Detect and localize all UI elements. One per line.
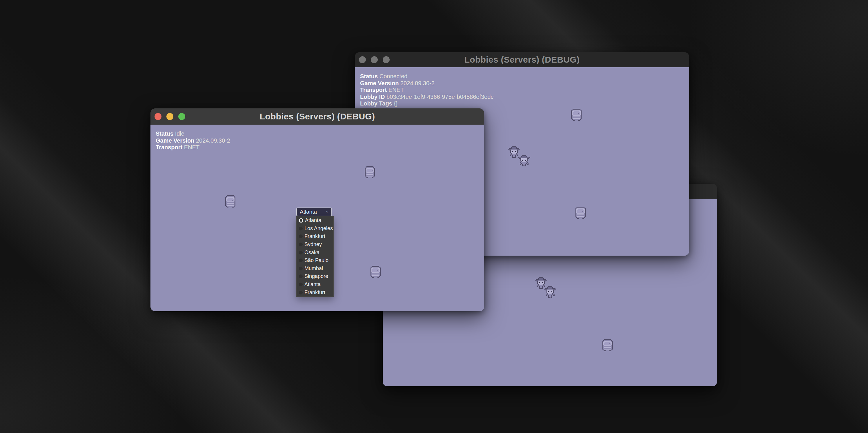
close-button[interactable]	[359, 56, 366, 63]
radio-icon	[299, 267, 303, 270]
radio-icon	[299, 251, 303, 254]
status-label: Game Version	[156, 137, 194, 144]
dropdown-option[interactable]: Sydney	[297, 241, 333, 249]
status-value: Connected	[379, 73, 408, 80]
status-label: Game Version	[360, 80, 399, 86]
titlebar[interactable]: Lobbies (Servers) (DEBUG)	[355, 52, 689, 67]
status-label: Status	[156, 130, 174, 137]
dropdown-option[interactable]: Atlanta	[297, 216, 333, 225]
dropdown-option[interactable]: Frankfurt	[297, 288, 333, 297]
dropdown-option-label: Frankfurt	[304, 289, 325, 296]
radio-icon	[299, 275, 303, 278]
dropdown-option-label: Frankfurt	[304, 233, 325, 239]
radio-icon	[299, 243, 303, 246]
status-label: Transport	[360, 87, 387, 93]
region-select-value: Atlanta	[300, 209, 325, 215]
dropdown-option[interactable]: Frankfurt	[297, 233, 333, 241]
traffic-lights	[155, 113, 185, 120]
dropdown-option-label: Los Angeles	[304, 225, 333, 231]
dropdown-option-label: São Paulo	[304, 257, 329, 264]
status-value: ENET	[389, 87, 404, 93]
minimize-button[interactable]	[371, 56, 378, 63]
dropdown-option[interactable]: Atlanta	[297, 281, 333, 289]
dropdown-option[interactable]: Los Angeles	[297, 225, 333, 233]
window-lobbies-front: Lobbies (Servers) (DEBUG) Status IdleGam…	[151, 109, 484, 311]
cowboy-sprite-icon	[544, 286, 556, 298]
zoom-button[interactable]	[178, 113, 185, 120]
status-label: Transport	[156, 144, 182, 150]
radio-icon	[299, 235, 303, 238]
status-value: {}	[394, 100, 398, 107]
desktop: { "app": { "window_title": "Lobbies (Ser…	[0, 0, 868, 433]
status-line: Game Version 2024.09.30-2	[156, 137, 230, 144]
dropdown-option[interactable]: São Paulo	[297, 256, 333, 265]
minimize-button[interactable]	[166, 113, 174, 120]
status-line: Status Idle	[156, 130, 230, 137]
status-line: Lobby ID b03c34ee-1ef9-4366-975e-b04586e…	[360, 94, 493, 100]
status-value: 2024.09.30-2	[196, 137, 230, 144]
status-line: Transport ENET	[156, 144, 230, 151]
status-line: Game Version 2024.09.30-2	[360, 80, 493, 87]
cowboy-sprite-icon	[518, 155, 530, 166]
dropdown-option-label: Atlanta	[304, 281, 321, 287]
radio-icon	[299, 218, 303, 223]
dropdown-option-label: Singapore	[304, 273, 328, 279]
radio-icon	[299, 291, 303, 295]
radio-icon	[299, 227, 303, 230]
status-line: Transport ENET	[360, 87, 493, 94]
server-sprite-icon	[371, 266, 381, 278]
status-value: 2024.09.30-2	[400, 80, 435, 86]
status-value: ENET	[184, 144, 199, 150]
status-label: Lobby Tags	[360, 100, 392, 107]
chevron-down-icon: ⌄	[325, 210, 329, 212]
status-line: Lobby Tags {}	[360, 100, 493, 107]
dropdown-option-label: Mumbai	[304, 266, 323, 272]
region-dropdown-list: AtlantaLos AngelesFrankfurtSydneyOsakaSã…	[296, 216, 334, 297]
window-title: Lobbies (Servers) (DEBUG)	[464, 55, 580, 65]
titlebar[interactable]: Lobbies (Servers) (DEBUG)	[151, 109, 484, 125]
radio-icon	[299, 258, 303, 262]
dropdown-option[interactable]: Osaka	[297, 248, 333, 256]
dropdown-option[interactable]: Mumbai	[297, 265, 333, 273]
server-sprite-icon	[365, 166, 375, 178]
status-label: Lobby ID	[360, 94, 385, 100]
dropdown-option-label: Osaka	[304, 250, 319, 256]
radio-icon	[299, 283, 303, 286]
lobby-map-canvas: Status IdleGame Version 2024.09.30-2Tran…	[151, 125, 484, 311]
status-block: Status ConnectedGame Version 2024.09.30-…	[360, 73, 493, 107]
dropdown-option-label: Sydney	[304, 241, 322, 248]
status-line: Status Connected	[360, 73, 493, 80]
status-block: Status IdleGame Version 2024.09.30-2Tran…	[156, 130, 230, 151]
server-sprite-icon	[576, 207, 586, 219]
status-value: Idle	[175, 130, 184, 137]
server-sprite-icon	[602, 339, 613, 351]
status-label: Status	[360, 73, 378, 80]
dropdown-option[interactable]: Singapore	[297, 273, 333, 281]
dropdown-option-label: Atlanta	[305, 217, 321, 223]
status-value: b03c34ee-1ef9-4366-975e-b04586ef3edc	[386, 94, 493, 100]
traffic-lights	[359, 56, 390, 63]
server-sprite-icon	[225, 195, 236, 208]
close-button[interactable]	[155, 113, 161, 120]
server-sprite-icon	[571, 109, 582, 121]
region-select[interactable]: Atlanta ⌄	[296, 208, 332, 216]
window-title: Lobbies (Servers) (DEBUG)	[260, 112, 375, 121]
zoom-button[interactable]	[383, 56, 390, 63]
